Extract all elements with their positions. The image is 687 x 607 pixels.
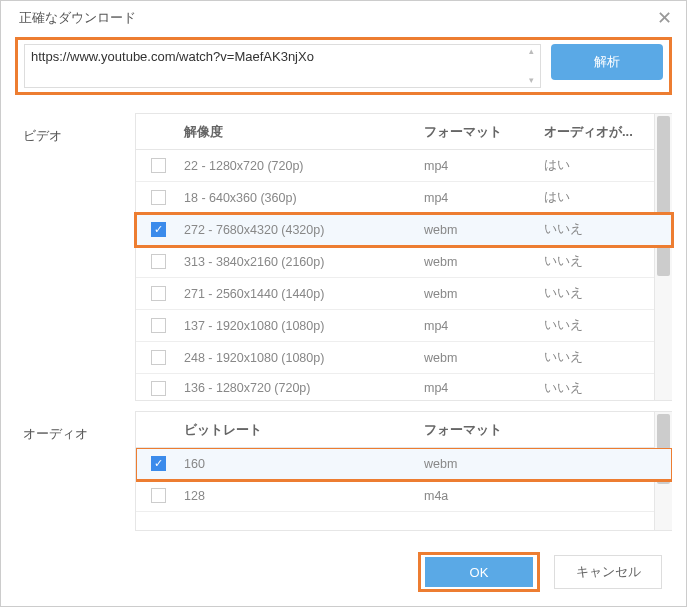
checkbox[interactable] bbox=[151, 222, 166, 237]
cell-format: webm bbox=[424, 351, 544, 365]
cell-resolution: 272 - 7680x4320 (4320p) bbox=[180, 223, 424, 237]
cell-format: mp4 bbox=[424, 159, 544, 173]
checkbox[interactable] bbox=[151, 286, 166, 301]
ok-highlight-box: OK bbox=[418, 552, 540, 592]
audio-row[interactable]: 128m4a bbox=[136, 480, 672, 512]
video-row[interactable]: 136 - 1280x720 (720p)mp4いいえ bbox=[136, 374, 672, 402]
cell-resolution: 313 - 3840x2160 (2160p) bbox=[180, 255, 424, 269]
cell-format: mp4 bbox=[424, 319, 544, 333]
header-audio-format: フォーマット bbox=[424, 421, 654, 439]
checkbox[interactable] bbox=[151, 381, 166, 396]
cell-audio: いいえ bbox=[544, 285, 654, 302]
audio-section-label: オーディオ bbox=[23, 411, 135, 531]
cell-resolution: 248 - 1920x1080 (1080p) bbox=[180, 351, 424, 365]
cell-bitrate: 160 bbox=[180, 457, 424, 471]
video-section-label: ビデオ bbox=[23, 113, 135, 401]
cell-audio: いいえ bbox=[544, 221, 654, 238]
video-row[interactable]: 22 - 1280x720 (720p)mp4はい bbox=[136, 150, 672, 182]
video-row[interactable]: 272 - 7680x4320 (4320p)webmいいえ bbox=[136, 214, 672, 246]
audio-row[interactable]: 160webm bbox=[136, 448, 672, 480]
checkbox[interactable] bbox=[151, 488, 166, 503]
checkbox[interactable] bbox=[151, 318, 166, 333]
checkbox[interactable] bbox=[151, 190, 166, 205]
cell-resolution: 22 - 1280x720 (720p) bbox=[180, 159, 424, 173]
video-row[interactable]: 248 - 1920x1080 (1080p)webmいいえ bbox=[136, 342, 672, 374]
dialog-title: 正確なダウンロード bbox=[19, 9, 136, 27]
cancel-button[interactable]: キャンセル bbox=[554, 555, 662, 589]
cell-resolution: 137 - 1920x1080 (1080p) bbox=[180, 319, 424, 333]
cell-format: webm bbox=[424, 223, 544, 237]
video-table: 解像度 フォーマット オーディオが... 22 - 1280x720 (720p… bbox=[135, 113, 672, 401]
checkbox[interactable] bbox=[151, 350, 166, 365]
cell-format: webm bbox=[424, 457, 654, 471]
header-format: フォーマット bbox=[424, 123, 544, 141]
checkbox[interactable] bbox=[151, 158, 166, 173]
cell-audio: いいえ bbox=[544, 253, 654, 270]
url-value: https://www.youtube.com/watch?v=MaefAK3n… bbox=[31, 49, 314, 64]
video-row[interactable]: 137 - 1920x1080 (1080p)mp4いいえ bbox=[136, 310, 672, 342]
video-row[interactable]: 18 - 640x360 (360p)mp4はい bbox=[136, 182, 672, 214]
spinner-control[interactable]: ▴▾ bbox=[524, 47, 538, 85]
cell-resolution: 136 - 1280x720 (720p) bbox=[180, 381, 424, 395]
video-row[interactable]: 313 - 3840x2160 (2160p)webmいいえ bbox=[136, 246, 672, 278]
cell-resolution: 271 - 2560x1440 (1440p) bbox=[180, 287, 424, 301]
cell-resolution: 18 - 640x360 (360p) bbox=[180, 191, 424, 205]
cell-format: webm bbox=[424, 287, 544, 301]
video-scrollbar[interactable] bbox=[654, 114, 672, 400]
close-icon[interactable]: ✕ bbox=[657, 9, 672, 27]
cell-format: mp4 bbox=[424, 381, 544, 395]
checkbox[interactable] bbox=[151, 456, 166, 471]
checkbox[interactable] bbox=[151, 254, 166, 269]
audio-table: ビットレート フォーマット 160webm128m4a bbox=[135, 411, 672, 531]
ok-button[interactable]: OK bbox=[425, 557, 533, 587]
url-highlight-box: https://www.youtube.com/watch?v=MaefAK3n… bbox=[15, 37, 672, 95]
video-row[interactable]: 271 - 2560x1440 (1440p)webmいいえ bbox=[136, 278, 672, 310]
cell-format: mp4 bbox=[424, 191, 544, 205]
header-audio: オーディオが... bbox=[544, 123, 654, 141]
cell-audio: はい bbox=[544, 189, 654, 206]
cell-audio: いいえ bbox=[544, 349, 654, 366]
cell-format: m4a bbox=[424, 489, 654, 503]
cell-bitrate: 128 bbox=[180, 489, 424, 503]
cell-format: webm bbox=[424, 255, 544, 269]
header-bitrate: ビットレート bbox=[180, 421, 424, 439]
cell-audio: いいえ bbox=[544, 317, 654, 334]
header-resolution: 解像度 bbox=[180, 123, 424, 141]
analyze-button[interactable]: 解析 bbox=[551, 44, 663, 80]
cell-audio: いいえ bbox=[544, 380, 654, 397]
cell-audio: はい bbox=[544, 157, 654, 174]
url-input[interactable]: https://www.youtube.com/watch?v=MaefAK3n… bbox=[24, 44, 541, 88]
